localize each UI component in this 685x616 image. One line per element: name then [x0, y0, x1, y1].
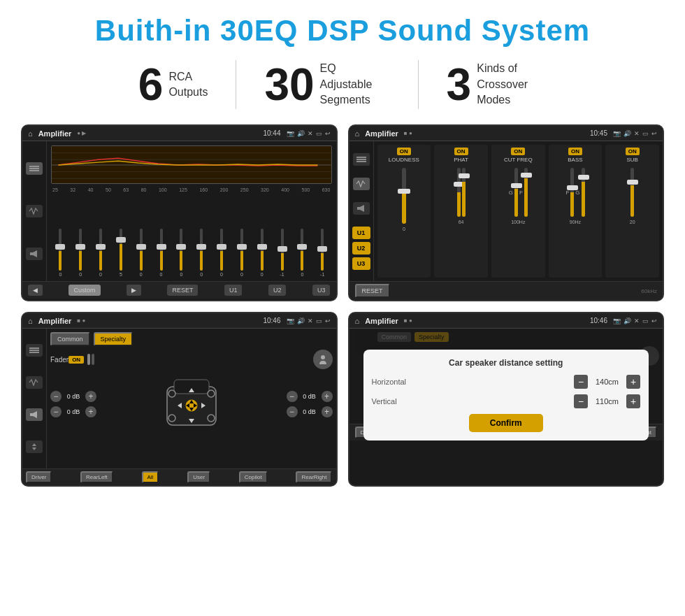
bass-on-badge: ON [568, 148, 582, 155]
eq-sidebar-wave-icon[interactable] [26, 205, 43, 217]
screen2-time: 10:45 [590, 129, 607, 137]
rear-left-button[interactable]: RearLeft [80, 471, 113, 483]
db-fr-minus[interactable]: − [287, 391, 298, 402]
screen-fader: ⌂ Amplifier ■ ● 10:46 📷 🔊 ✕ ▭ ↩ [21, 312, 338, 487]
db-fl-plus[interactable]: + [85, 391, 96, 402]
fader-arrows-icon[interactable] [26, 440, 43, 453]
db-control-rr: − 0 dB + [287, 406, 333, 417]
eq-slider-3[interactable]: 0 [92, 229, 110, 277]
db-rr-plus[interactable]: + [322, 406, 333, 417]
user-button[interactable]: User [187, 471, 210, 483]
back-icon-3: ↩ [325, 317, 331, 324]
db-rl-minus[interactable]: − [50, 406, 62, 417]
horizontal-plus-button[interactable]: + [626, 375, 640, 389]
db-fl-minus[interactable]: − [50, 391, 62, 402]
eq-slider-7[interactable]: 0 [172, 229, 191, 277]
fader-right-controls: − 0 dB + − 0 dB + [287, 391, 333, 417]
feature-text-eq: EQ Adjustable Segments [320, 61, 390, 108]
svg-rect-3 [30, 252, 33, 255]
eq-slider-8[interactable]: 0 [192, 229, 211, 277]
horizontal-minus-button[interactable]: − [574, 375, 588, 389]
cutfreq-slider-g[interactable] [514, 168, 518, 217]
volume-icon-2: 🔊 [623, 130, 631, 137]
fader-wave-icon[interactable] [26, 376, 43, 389]
u2-sidebar-button[interactable]: U2 [352, 242, 370, 255]
db-rl-plus[interactable]: + [85, 406, 96, 417]
u3-sidebar-button[interactable]: U3 [352, 257, 370, 270]
eq-preset-button[interactable]: Custom [68, 285, 100, 296]
svg-marker-4 [33, 250, 37, 257]
cutfreq-slider-f[interactable] [524, 168, 528, 217]
eq-sidebar-speaker-icon[interactable] [26, 248, 43, 260]
eq-reset-button[interactable]: RESET [167, 285, 198, 296]
sub-slider[interactable] [630, 168, 634, 217]
sub-on-badge: ON [626, 148, 640, 155]
loudness-on-badge: ON [397, 148, 411, 155]
eq-slider-4[interactable]: 5 [111, 229, 130, 277]
fader-filter-icon[interactable] [26, 344, 43, 357]
eq-graph [51, 145, 332, 184]
rear-right-button[interactable]: RearRight [296, 471, 332, 483]
fader-body: Common Specialty Fader ON [22, 329, 336, 468]
screen3-title: Amplifier [38, 317, 72, 325]
bass-slider-g[interactable] [582, 168, 585, 217]
eq-body: 253240506380100125160200250320400500630 … [22, 141, 336, 281]
back-icon: ↩ [325, 130, 331, 137]
fader-on-badge[interactable]: ON [68, 356, 84, 364]
eq-slider-2[interactable]: 0 [71, 229, 90, 277]
loudness-slider[interactable] [402, 168, 406, 224]
home-icon: ⌂ [28, 129, 33, 138]
eq-slider-12[interactable]: -1 [273, 229, 291, 277]
loudness-value: 0 [403, 227, 405, 231]
eq-u1-button[interactable]: U1 [224, 285, 243, 296]
vertical-plus-button[interactable]: + [626, 394, 640, 408]
eq-sidebar-filter-icon[interactable] [26, 162, 43, 175]
screen3-dots: ■ ● [77, 317, 85, 324]
eq-slider-6[interactable]: 0 [152, 229, 171, 277]
crossover-wave-icon[interactable] [353, 178, 370, 190]
screen4-topbar-icons: 📷 🔊 ✕ ▭ ↩ [613, 317, 657, 324]
eq-slider-1[interactable]: 0 [51, 229, 70, 277]
eq-slider-13[interactable]: 0 [293, 229, 312, 277]
screen-dialog: ⌂ Amplifier ■ ● 10:46 📷 🔊 ✕ ▭ ↩ Common S… [348, 312, 665, 487]
eq-slider-9[interactable]: 0 [212, 229, 231, 277]
driver-button[interactable]: Driver [26, 471, 52, 483]
crossover-reset-button[interactable]: RESET [355, 284, 390, 298]
fader-main: Common Specialty Fader ON [47, 329, 336, 468]
tab-common[interactable]: Common [50, 332, 90, 346]
eq-u2-button[interactable]: U2 [268, 285, 287, 296]
db-rr-minus[interactable]: − [287, 406, 298, 417]
eq-play-button[interactable]: ▶ [127, 285, 141, 296]
bass-slider-f[interactable] [570, 168, 574, 217]
crossover-sidebar: U1 U2 U3 [349, 141, 374, 281]
all-button[interactable]: All [142, 471, 159, 483]
horizontal-control: − 140cm + [574, 375, 640, 389]
channel-cutfreq: ON CUT FREQ G F [491, 145, 545, 278]
eq-slider-5[interactable]: 0 [131, 229, 150, 277]
eq-prev-button[interactable]: ◀ [28, 285, 43, 296]
tab-specialty[interactable]: Specialty [94, 332, 134, 346]
u1-sidebar-button[interactable]: U1 [352, 227, 370, 239]
screens-grid: ⌂ Amplifier ● ▶ 10:44 📷 🔊 ✕ ▭ ↩ [21, 124, 664, 487]
eq-main: 253240506380100125160200250320400500630 … [47, 141, 336, 281]
crossover-filter-icon[interactable] [353, 153, 370, 166]
db-fr-plus[interactable]: + [322, 391, 333, 402]
screen2-title: Amplifier [365, 129, 398, 138]
confirm-button[interactable]: Confirm [469, 414, 543, 432]
fader-bottom: Driver RearLeft All User Copilot RearRig… [22, 468, 336, 485]
eq-slider-11[interactable]: 0 [252, 229, 271, 277]
svg-marker-21 [32, 443, 36, 446]
screen4-dots: ■ ● [404, 317, 412, 324]
eq-slider-14[interactable]: -1 [313, 229, 332, 277]
vertical-minus-button[interactable]: − [574, 394, 588, 408]
dialog-screen-body: Common Specialty Fader ON [349, 329, 663, 440]
feature-number-rca: 6 [138, 62, 164, 107]
fader-speaker-icon[interactable] [26, 408, 43, 421]
eq-u3-button[interactable]: U3 [312, 285, 331, 296]
window-icon-4: ▭ [642, 317, 649, 324]
channel-sub: ON SUB 20 [605, 145, 659, 278]
phat-slider-2[interactable] [462, 168, 466, 217]
eq-slider-10[interactable]: 0 [232, 229, 251, 277]
crossover-speaker-icon[interactable] [353, 202, 370, 215]
copilot-button[interactable]: Copilot [239, 471, 268, 483]
